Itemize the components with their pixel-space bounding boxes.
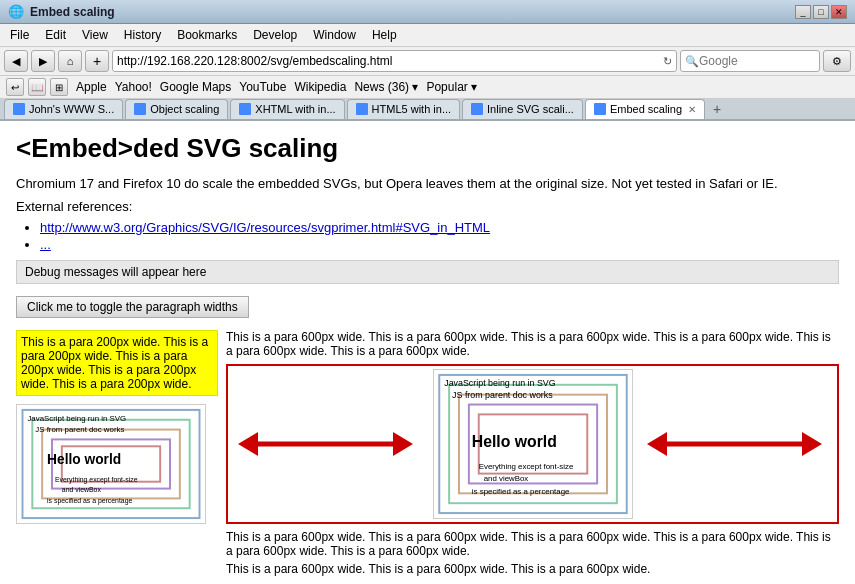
back-button[interactable]: ◀ xyxy=(4,50,28,72)
right-column: This is a para 600px wide. This is a par… xyxy=(226,330,839,580)
bookmark-wikipedia[interactable]: Wikipedia xyxy=(294,80,346,94)
external-ref-label: External references: xyxy=(16,199,839,214)
back-icon-btn[interactable]: ↩ xyxy=(6,78,24,96)
link-ellipsis[interactable]: ... xyxy=(40,237,51,252)
svg-text:Hello world: Hello world xyxy=(47,452,121,467)
window-title: Embed scaling xyxy=(30,5,789,19)
svg-text:Hello world: Hello world xyxy=(471,433,556,450)
tab-label-6: Embed scaling xyxy=(610,103,682,115)
right-arrow-svg xyxy=(647,414,827,474)
reading-list-btn[interactable]: 📖 xyxy=(28,78,46,96)
tab-johns-www[interactable]: John's WWW S... xyxy=(4,99,123,119)
svg-marker-27 xyxy=(802,432,822,456)
tab-favicon-5 xyxy=(471,103,483,115)
para-600-top: This is a para 600px wide. This is a par… xyxy=(226,330,839,358)
menu-bookmarks[interactable]: Bookmarks xyxy=(171,26,243,44)
tab-favicon-6 xyxy=(594,103,606,115)
tab-label-5: Inline SVG scali... xyxy=(487,103,574,115)
tabs-bar: John's WWW S... Object scaling XHTML wit… xyxy=(0,99,855,121)
tab-favicon-2 xyxy=(134,103,146,115)
window-icon: 🌐 xyxy=(8,4,24,19)
bookmark-youtube[interactable]: YouTube xyxy=(239,80,286,94)
svg-text:Everything except font-size: Everything except font-size xyxy=(55,476,138,484)
tab-favicon-3 xyxy=(239,103,251,115)
tab-favicon-1 xyxy=(13,103,25,115)
tab-xhtml[interactable]: XHTML with in... xyxy=(230,99,344,119)
svg-left: JavaScript being run in SVG JS from pare… xyxy=(16,404,206,524)
svg-text:JS from parent doc works: JS from parent doc works xyxy=(35,425,124,434)
svg-text:JavaScript being run in SVG: JavaScript being run in SVG xyxy=(444,378,556,388)
tab-label-4: HTML5 with in... xyxy=(372,103,451,115)
bookmark-news[interactable]: News (36) ▾ xyxy=(354,80,418,94)
para-600-bottom1: This is a para 600px wide. This is a par… xyxy=(226,530,839,558)
bookmark-apple[interactable]: Apple xyxy=(76,80,107,94)
tab-label-2: Object scaling xyxy=(150,103,219,115)
svg-right-container: JavaScript being run in SVG JS from pare… xyxy=(226,364,839,524)
left-column: This is a para 200px wide. This is a par… xyxy=(16,330,226,580)
svg-text:and viewBox: and viewBox xyxy=(62,486,102,493)
new-tab-button[interactable]: + xyxy=(85,50,109,72)
link-svg-primer[interactable]: http://www.w3.org/Graphics/SVG/IG/resour… xyxy=(40,220,490,235)
bookmark-icon-group: ↩ 📖 ⊞ xyxy=(6,78,68,96)
menu-help[interactable]: Help xyxy=(366,26,403,44)
menu-file[interactable]: File xyxy=(4,26,35,44)
search-icon: 🔍 xyxy=(685,55,699,68)
debug-bar: Debug messages will appear here xyxy=(16,260,839,284)
bookmark-google-maps[interactable]: Google Maps xyxy=(160,80,231,94)
bookmark-yahoo[interactable]: Yahoo! xyxy=(115,80,152,94)
debug-message: Debug messages will appear here xyxy=(25,265,206,279)
search-bar[interactable]: 🔍 xyxy=(680,50,820,72)
svg-marker-12 xyxy=(238,432,258,456)
page-title: <Embed>ded SVG scaling xyxy=(16,133,839,164)
grid-icon-btn[interactable]: ⊞ xyxy=(50,78,68,96)
bookmark-popular[interactable]: Popular ▾ xyxy=(426,80,477,94)
svg-text:JS from parent doc works: JS from parent doc works xyxy=(452,390,553,400)
toggle-button[interactable]: Click me to toggle the paragraph widths xyxy=(16,296,249,318)
menu-history[interactable]: History xyxy=(118,26,167,44)
menu-view[interactable]: View xyxy=(76,26,114,44)
bookmarks-bar: ↩ 📖 ⊞ Apple Yahoo! Google Maps YouTube W… xyxy=(0,76,855,99)
link-list: http://www.w3.org/Graphics/SVG/IG/resour… xyxy=(40,220,839,252)
left-arrow-svg xyxy=(238,414,418,474)
menu-window[interactable]: Window xyxy=(307,26,362,44)
two-column-layout: This is a para 200px wide. This is a par… xyxy=(16,330,839,580)
para-200: This is a para 200px wide. This is a par… xyxy=(16,330,218,396)
svg-right-main: JavaScript being run in SVG JS from pare… xyxy=(433,369,633,519)
svg-marker-26 xyxy=(647,432,667,456)
tab-html5[interactable]: HTML5 with in... xyxy=(347,99,460,119)
tab-embed-scaling[interactable]: Embed scaling ✕ xyxy=(585,99,705,119)
forward-button[interactable]: ▶ xyxy=(31,50,55,72)
minimize-button[interactable]: _ xyxy=(795,5,811,19)
title-bar: 🌐 Embed scaling _ □ ✕ xyxy=(0,0,855,24)
svg-text:JavaScript being run in SVG: JavaScript being run in SVG xyxy=(27,414,126,423)
menu-edit[interactable]: Edit xyxy=(39,26,72,44)
refresh-button[interactable]: ↻ xyxy=(663,55,672,68)
url-input[interactable] xyxy=(117,54,663,68)
para-600-bottom2: This is a para 600px wide. This is a par… xyxy=(226,562,839,576)
window-controls: _ □ ✕ xyxy=(795,5,847,19)
search-input[interactable] xyxy=(699,54,815,68)
menu-develop[interactable]: Develop xyxy=(247,26,303,44)
menu-bar: File Edit View History Bookmarks Develop… xyxy=(0,24,855,47)
maximize-button[interactable]: □ xyxy=(813,5,829,19)
svg-text:and viewBox: and viewBox xyxy=(483,474,528,483)
svg-text:is specified as a percentage: is specified as a percentage xyxy=(47,497,132,505)
tab-inline-svg[interactable]: Inline SVG scali... xyxy=(462,99,583,119)
new-tab-plus[interactable]: + xyxy=(707,99,727,119)
page-description: Chromium 17 and Firefox 10 do scale the … xyxy=(16,176,839,191)
tab-close-button[interactable]: ✕ xyxy=(688,104,696,115)
svg-text:is specified as a percentage: is specified as a percentage xyxy=(471,487,569,496)
content-area: <Embed>ded SVG scaling Chromium 17 and F… xyxy=(0,121,855,584)
tab-label-3: XHTML with in... xyxy=(255,103,335,115)
tab-label-1: John's WWW S... xyxy=(29,103,114,115)
close-button[interactable]: ✕ xyxy=(831,5,847,19)
svg-marker-13 xyxy=(393,432,413,456)
browser-menu-button[interactable]: ⚙ xyxy=(823,50,851,72)
url-bar[interactable]: ↻ xyxy=(112,50,677,72)
home-button[interactable]: ⌂ xyxy=(58,50,82,72)
nav-bar: ◀ ▶ ⌂ + ↻ 🔍 ⚙ xyxy=(0,47,855,76)
svg-text:Everything except font-size: Everything except font-size xyxy=(478,462,573,471)
tab-favicon-4 xyxy=(356,103,368,115)
tab-object-scaling[interactable]: Object scaling xyxy=(125,99,228,119)
